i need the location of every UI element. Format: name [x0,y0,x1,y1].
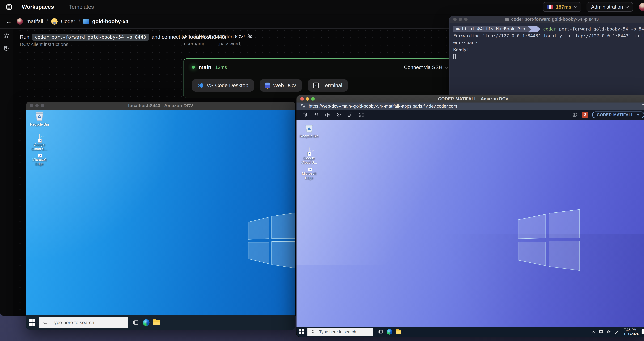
windows-desktop-local: Recycle Bin C:\ ↗ Google Cloud S... ↗ Mi… [26,110,295,315]
desktop-icon-gcloud[interactable]: C:\ ↗ Google Cloud S... [296,148,322,164]
terminal-title: coder port-forward gold-booby-54 -p 8443 [505,17,599,22]
coder-logo-icon[interactable] [5,3,12,11]
eye-off-icon[interactable] [248,34,253,39]
vscode-icon [198,82,204,88]
web-dcv-titlebar[interactable]: CODER-MATIFALI- - Amazon DCV [296,95,644,102]
terminal-icon: >_ [313,82,319,88]
url-bar[interactable]: https://web-dcv--main--gold-booby-54--ma… [296,102,644,110]
prompt-arrow-icon [528,26,531,32]
desktop-icon-edge[interactable]: ↗ Microsoft Edge [296,170,322,180]
desktop-icon-gcloud[interactable]: C:\ ↗ Google Cloud S... [27,134,52,151]
window-controls[interactable] [453,18,468,21]
web-dcv-icon [265,82,270,88]
nav-workspaces[interactable]: Workspaces [22,4,54,10]
breadcrumb-separator: / [78,18,80,24]
notifications-badge[interactable]: 3 [582,112,588,118]
top-navigation: Workspaces Templates 187ms Administratio… [0,0,644,14]
workspace-icon [83,19,89,24]
microphone-off-icon[interactable] [313,112,319,118]
webcam-off-icon[interactable] [336,112,342,118]
web-dcv-button[interactable]: Web DCV [260,79,302,92]
connect-label: and connect to [152,34,186,40]
terminal-command-args: port-forward gold-booby-54 -p 8443 [556,26,644,32]
agent-panel: main 12ms Connect via SSH VS Code Deskto… [183,58,454,98]
prompt-host: matifali@Atifs-MacBook-Pro [453,26,528,32]
pen-icon[interactable] [614,330,619,334]
nav-templates[interactable]: Templates [69,4,94,10]
windows-desktop-web: Recycle Bin C:\ ↗ Google Cloud S... ↗ Mi… [296,120,644,327]
tray-chevron-icon[interactable] [591,330,596,334]
start-button[interactable] [299,329,304,334]
desktop-icon-edge[interactable]: ↗ Microsoft Edge [27,157,52,166]
action-center-icon[interactable]: 1 [642,329,644,334]
org-avatar-icon [51,18,58,24]
terminal-line-ready: Ready! [453,47,469,52]
history-icon[interactable] [3,45,10,52]
run-label: Run [20,34,29,40]
user-avatar-small [17,18,23,24]
taskbar-search[interactable] [308,328,374,336]
clock-date: 11/20/2024 [622,332,638,336]
prompt-arrow-icon [537,26,540,32]
url-text[interactable]: https://web-dcv--main--gold-booby-54--ma… [309,104,457,109]
breadcrumb-user[interactable]: matifali [26,18,43,24]
file-explorer-icon[interactable] [153,320,160,325]
breadcrumb-workspace[interactable]: gold-booby-54 [92,18,128,24]
left-rail [0,28,13,316]
task-view-icon[interactable] [133,319,139,326]
user-avatar[interactable] [639,2,644,11]
local-dcv-window: localhost:8443 - Amazon DCV Recycle Bin [26,102,295,330]
terminal-button[interactable]: >_ Terminal [308,79,348,92]
window-controls[interactable] [300,97,315,100]
web-dcv-window: CODER-MATIFALI- - Amazon DCV https://web… [296,95,644,337]
display-icon[interactable] [347,112,353,118]
participants-icon[interactable] [572,112,578,118]
search-input[interactable] [318,329,370,335]
agent-apps: VS Code Desktop Web DCV >_ Terminal [192,79,348,92]
network-display-icon[interactable] [598,330,604,334]
vscode-desktop-button[interactable]: VS Code Desktop [192,79,254,92]
username-field[interactable]: Administrator username [184,34,215,46]
fullscreen-icon[interactable] [359,112,364,118]
taskbar-edge-icon[interactable] [387,329,392,334]
start-button[interactable] [29,319,35,326]
latency-pill[interactable]: 187ms [543,2,582,12]
terminal-titlebar[interactable]: coder port-forward gold-booby-54 -p 8443 [450,16,644,23]
taskbar-edge-icon[interactable] [143,319,150,326]
back-button[interactable]: ← [6,18,12,25]
system-tray: 7:38 PM 11/20/2024 1 [591,328,644,336]
dcv-client-instructions-link[interactable]: DCV client instructions [20,42,68,47]
shortcut-arrow-icon: ↗ [308,168,312,171]
breadcrumb-org[interactable]: Coder [61,18,75,24]
connect-via-ssh-button[interactable]: Connect via SSH [404,64,448,70]
desktop-icon-recycle-bin[interactable]: Recycle Bin [296,124,322,138]
taskbar-search[interactable] [39,317,128,328]
agent-latency: 12ms [215,64,227,70]
latency-value: 187ms [556,4,572,10]
resources-topology-icon[interactable] [3,32,10,39]
file-explorer-icon[interactable] [396,330,401,334]
password-field[interactable]: coderDCV! password [219,34,253,46]
taskbar-clock[interactable]: 7:38 PM 11/20/2024 [622,328,638,336]
prompt-path: ~ [531,26,537,32]
windows-switch-icon[interactable] [302,112,308,118]
task-view-icon[interactable] [378,329,384,334]
username-label: username [184,41,215,46]
copy-url-icon[interactable] [641,104,644,109]
local-dcv-titlebar[interactable]: localhost:8443 - Amazon DCV [26,102,295,110]
port-forward-command[interactable]: coder port-forward gold-booby-54 -p 8443 [32,34,149,40]
speaker-icon[interactable] [325,112,330,118]
volume-icon[interactable] [606,330,612,334]
site-icon [301,104,306,108]
search-icon [43,320,48,325]
shortcut-arrow-icon: ↗ [38,139,42,142]
session-dropdown-button[interactable]: CODER-MATIFALI- [592,112,644,118]
window-controls[interactable] [30,104,44,107]
dcv-toolbar: 3 CODER-MATIFALI- [296,110,644,120]
screen: Workspaces Templates 187ms Administratio… [0,0,644,341]
chevron-down-icon [626,4,629,8]
terminal-output[interactable]: matifali@Atifs-MacBook-Pro~ coder port-f… [450,23,644,62]
search-input[interactable] [51,319,124,326]
administration-menu[interactable]: Administration [586,2,633,12]
desktop-icon-recycle-bin[interactable]: Recycle Bin [27,111,52,126]
